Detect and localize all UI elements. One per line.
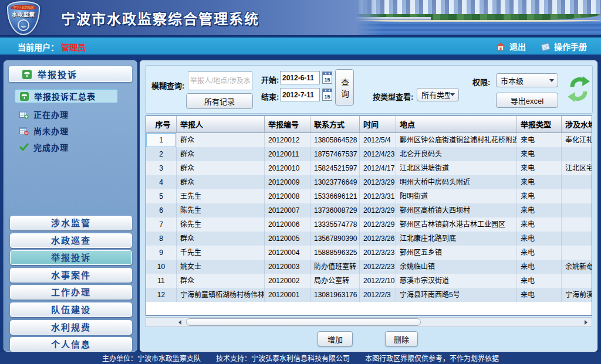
table-cell[interactable]: 群众 bbox=[177, 175, 265, 189]
sidebar-module-team-building[interactable]: 队伍建设 bbox=[10, 302, 132, 317]
manual-link[interactable]: 操作手册 bbox=[554, 40, 587, 52]
table-row[interactable]: 10姚女士20120003防办值班室转2012/2/23余姚临山镇来电余姚新奄 bbox=[146, 260, 592, 274]
sidebar-module-personal-info[interactable]: 个人信息 bbox=[10, 337, 132, 352]
table-cell[interactable]: 20120003 bbox=[265, 260, 310, 274]
table-cell[interactable] bbox=[562, 232, 592, 246]
table-cell[interactable]: 3 bbox=[146, 161, 177, 175]
table-cell[interactable]: 20120012 bbox=[265, 133, 310, 147]
table-cell[interactable]: 千先生 bbox=[177, 246, 265, 260]
column-header[interactable]: 举报人 bbox=[177, 116, 265, 133]
table-cell[interactable]: 18757467537 bbox=[310, 147, 360, 161]
sidebar-item-processing[interactable]: 正在办理 bbox=[15, 107, 132, 121]
table-cell[interactable]: 13736008729 bbox=[310, 203, 360, 217]
sidebar-section-header[interactable]: 举报投诉 bbox=[9, 66, 132, 82]
table-cell[interactable]: 来电 bbox=[517, 189, 562, 203]
type-filter-select[interactable]: 所有类型 bbox=[417, 88, 459, 101]
table-cell[interactable]: 群众 bbox=[177, 161, 265, 175]
table-cell[interactable]: 群众 bbox=[177, 232, 265, 246]
table-cell[interactable] bbox=[562, 189, 592, 203]
table-cell[interactable] bbox=[562, 217, 592, 232]
fuzzy-search-input[interactable] bbox=[188, 72, 252, 90]
table-row[interactable]: 6陈先生20120007137360087292012/3/29鄞州区高桥镇大西… bbox=[146, 203, 592, 217]
table-cell[interactable]: 2012/2/10 bbox=[360, 274, 396, 288]
table-cell[interactable]: 来电 bbox=[517, 133, 562, 147]
table-cell[interactable]: 宁海县环南西路5号 bbox=[396, 288, 517, 302]
sidebar-module-water-patrol[interactable]: 水政巡查 bbox=[10, 233, 132, 248]
table-cell[interactable]: 2012/3/29 bbox=[360, 175, 396, 189]
column-header[interactable]: 涉及水域 bbox=[562, 116, 592, 133]
table-cell[interactable]: 2012/3/29 bbox=[360, 203, 396, 217]
table-cell[interactable]: 江北康庄北路到底 bbox=[396, 232, 517, 246]
table-cell[interactable]: 13081963176 bbox=[310, 288, 360, 302]
query-button[interactable]: 查询 bbox=[335, 69, 354, 106]
table-cell[interactable]: 2 bbox=[146, 147, 177, 161]
table-cell[interactable]: 宁海前童镇柘湖杨村杨伟林 bbox=[177, 288, 265, 302]
table-cell[interactable] bbox=[562, 246, 592, 260]
table-cell[interactable]: 20120008 bbox=[265, 189, 310, 203]
table-row[interactable]: 5王先生20120008153366961212012/3/31阳明街道来电 bbox=[146, 189, 592, 203]
table-cell[interactable]: 4 bbox=[146, 175, 177, 189]
refresh-icon[interactable] bbox=[568, 74, 590, 104]
table-cell[interactable]: 来电 bbox=[517, 260, 562, 274]
table-cell[interactable]: 20120009 bbox=[265, 175, 310, 189]
table-cell[interactable]: 13567890390 bbox=[310, 232, 360, 246]
column-header[interactable]: 举报编号 bbox=[265, 116, 310, 133]
table-cell[interactable]: 北仑开良码头 bbox=[396, 147, 517, 161]
table-row[interactable]: 1群众20120012138058645282012/5/4鄞州区钟公庙街道铜盆… bbox=[146, 133, 592, 147]
sidebar-item-summary[interactable]: 举报投诉汇总表 bbox=[15, 89, 118, 103]
column-header[interactable]: 地点 bbox=[396, 116, 517, 133]
table-cell[interactable]: 来电 bbox=[517, 232, 562, 246]
table-cell[interactable]: 20120004 bbox=[265, 246, 310, 260]
scrollbar-thumb[interactable] bbox=[186, 318, 421, 326]
table-row[interactable]: 8群众20120005135678903902012/3/26江北康庄北路到底来… bbox=[146, 232, 592, 246]
table-cell[interactable]: 来电 bbox=[517, 203, 562, 217]
delete-button[interactable]: 删除 bbox=[385, 331, 418, 346]
end-calendar-icon[interactable]: 15 bbox=[322, 89, 332, 101]
table-cell[interactable]: 来电 bbox=[517, 217, 562, 232]
table-cell[interactable]: 15888596325 bbox=[310, 246, 360, 260]
table-cell[interactable]: 群众 bbox=[177, 133, 265, 147]
table-row[interactable]: 11群众20120002局办公室转2012/2/10慈溪市宗汉街道来电 bbox=[146, 274, 592, 288]
table-cell[interactable]: 2012/3/31 bbox=[360, 189, 396, 203]
table-cell[interactable]: 2012/2/3 bbox=[360, 288, 396, 302]
scroll-left-arrow-icon[interactable] bbox=[177, 319, 184, 325]
table-cell[interactable]: 来电 bbox=[517, 246, 562, 260]
add-button[interactable]: 增加 bbox=[318, 331, 353, 346]
horizontal-scrollbar[interactable] bbox=[146, 317, 592, 327]
table-cell[interactable]: 明州大桥中房码头附近 bbox=[396, 175, 517, 189]
table-cell[interactable]: 徐先生 bbox=[177, 217, 265, 232]
sidebar-module-water-supervision[interactable]: 涉水监管 bbox=[10, 216, 132, 230]
permission-select[interactable]: 市本级 bbox=[496, 73, 558, 87]
table-row[interactable]: 12宁海前童镇柘湖杨村杨伟林20120001130819631762012/2/… bbox=[146, 288, 592, 302]
table-cell[interactable]: 20120005 bbox=[265, 232, 310, 246]
table-cell[interactable]: 群众 bbox=[177, 147, 265, 161]
table-cell[interactable]: 20120001 bbox=[265, 288, 310, 302]
table-cell[interactable]: 江北区洪塘街道 bbox=[396, 161, 517, 175]
column-header[interactable]: 联系方式 bbox=[310, 116, 360, 133]
table-cell[interactable]: 王先生 bbox=[177, 189, 265, 203]
table-cell[interactable]: 2012/3/26 bbox=[360, 232, 396, 246]
table-row[interactable]: 4群众20120009130237766492012/3/29明州大桥中房码头附… bbox=[146, 175, 592, 189]
table-cell[interactable]: 20120006 bbox=[265, 217, 310, 232]
table-cell[interactable] bbox=[562, 203, 592, 217]
table-row[interactable]: 3群众20120010158245215972012/4/17江北区洪塘街道来电… bbox=[146, 161, 592, 175]
table-cell[interactable]: 12 bbox=[146, 288, 177, 302]
table-cell[interactable]: 13023776649 bbox=[310, 175, 360, 189]
table-cell[interactable]: 来电 bbox=[517, 274, 562, 288]
column-header[interactable]: 时间 bbox=[360, 116, 396, 133]
table-cell[interactable]: 鄞州区古林镇葑水港古林工业园区 bbox=[396, 217, 517, 232]
table-cell[interactable]: 来电 bbox=[517, 161, 562, 175]
sidebar-module-water-cases[interactable]: 水事案件 bbox=[10, 268, 132, 283]
table-row[interactable]: 9千先生20120004158885963252012/3/23鄞州区五乡镇来电 bbox=[146, 246, 592, 260]
table-cell[interactable]: 慈溪市宗汉街道 bbox=[396, 274, 517, 288]
table-cell[interactable]: 2012/4/17 bbox=[360, 161, 396, 175]
start-date-input[interactable] bbox=[280, 71, 320, 84]
sidebar-module-complaints[interactable]: 举报投诉 bbox=[10, 250, 132, 265]
table-cell[interactable]: 9 bbox=[146, 246, 177, 260]
table-cell[interactable]: 鄞州区高桥镇大西坝村 bbox=[396, 203, 517, 217]
export-excel-button[interactable]: 导出excel bbox=[496, 93, 558, 108]
scroll-right-arrow-icon[interactable] bbox=[582, 319, 589, 325]
table-cell[interactable]: 余姚临山镇 bbox=[396, 260, 517, 274]
table-cell[interactable]: 鄞州区钟公庙街道铜盆浦村礼花桥附近 bbox=[396, 133, 517, 147]
sidebar-module-work-handling[interactable]: 工作办理 bbox=[10, 285, 132, 300]
